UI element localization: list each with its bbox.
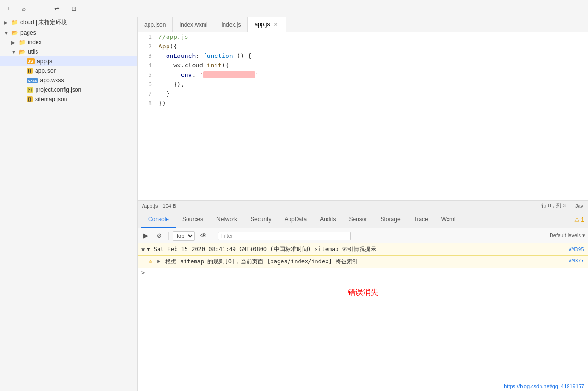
warn-badge: ⚠ 1 — [574, 216, 584, 223]
console-prompt[interactable]: > — [138, 268, 588, 278]
devtools-tab-appdata[interactable]: AppData — [278, 211, 313, 228]
arrow-icon: ▼ — [4, 30, 11, 36]
sidebar-item-app-wxss[interactable]: wxss app.wxss — [0, 75, 137, 85]
add-button[interactable]: + — [4, 3, 13, 14]
devtools-tab-storage[interactable]: Storage — [374, 211, 407, 228]
sidebar-item-sitemap[interactable]: {} sitemap.json — [0, 94, 137, 104]
tab-app-js[interactable]: app.js ✕ — [248, 17, 286, 32]
console-content: ▼ ▼ Sat Feb 15 2020 08:41:49 GMT+0800 (中… — [138, 243, 588, 391]
tab-app-json[interactable]: app.json — [138, 17, 173, 32]
console-source-ref2[interactable]: VM37: — [569, 258, 584, 264]
prompt-gt: > — [141, 270, 145, 276]
console-group-header[interactable]: ▼ ▼ Sat Feb 15 2020 08:41:49 GMT+0800 (中… — [138, 243, 588, 255]
sidebar-label-pages: pages — [20, 29, 133, 36]
arrow-icon: ▶ — [11, 40, 19, 45]
tab-index-js[interactable]: index.js — [215, 17, 248, 32]
code-editor[interactable]: 1 //app.js 2 App({ 3 onLaunch: function … — [138, 32, 588, 200]
console-toolbar: ▶ ⊘ top 👁 Default levels ▾ — [138, 228, 588, 243]
devtools-tab-network[interactable]: Network — [210, 211, 244, 228]
sidebar-item-app-js[interactable]: JS app.js — [0, 56, 137, 66]
sidebar-label-cloud: cloud | 未指定环境 — [20, 19, 133, 27]
tab-index-wxml[interactable]: index.wxml — [173, 17, 215, 32]
code-line-1: 1 //app.js — [138, 32, 588, 42]
line-content-8: }) — [157, 99, 588, 108]
devtools-tab-audits[interactable]: Audits — [313, 211, 342, 228]
group-arrow-icon: ▼ — [141, 246, 145, 253]
status-lang: Jav — [575, 203, 583, 209]
sidebar-label-appwxss: app.wxss — [40, 77, 133, 84]
devtools-tab-security[interactable]: Security — [244, 211, 278, 228]
sidebar-item-project-config[interactable]: {·} project.config.json — [0, 85, 137, 94]
json3-icon: {} — [27, 96, 33, 102]
line-number-6: 6 — [138, 80, 157, 89]
default-levels-dropdown[interactable]: Default levels ▾ — [550, 233, 585, 239]
separator2 — [214, 232, 214, 240]
tab-label-indexjs: index.js — [222, 21, 241, 28]
folder-open-icon: 📂 — [19, 49, 26, 55]
footer-link[interactable]: https://blog.csdn.net/qq_41919157 — [504, 383, 584, 389]
stop-button[interactable]: ⊘ — [154, 231, 165, 241]
line-number-7: 7 — [138, 89, 157, 99]
sidebar-item-cloud[interactable]: ▶ 📁 cloud | 未指定环境 — [0, 17, 137, 28]
sidebar-label-utils: utils — [28, 48, 133, 55]
split-button[interactable]: ⊡ — [68, 3, 80, 14]
context-select[interactable]: top — [173, 231, 195, 241]
eye-button[interactable]: 👁 — [197, 231, 210, 241]
warn-triangle-icon: ⚠ — [149, 258, 152, 264]
code-line-5: 5 env: '██████████████' — [138, 70, 588, 80]
status-bar: /app.js 104 B 行 8，列 3 Jav — [138, 200, 588, 211]
sidebar-item-utils[interactable]: ▼ 📂 utils — [0, 47, 137, 56]
sidebar-item-pages[interactable]: ▼ 📂 pages — [0, 28, 137, 37]
line-number-3: 3 — [138, 51, 157, 61]
devtools-tab-sensor[interactable]: Sensor — [343, 211, 374, 228]
folder-icon: 📁 — [19, 39, 26, 46]
error-message: 错误消失 — [138, 278, 588, 307]
tab-close-button[interactable]: ✕ — [272, 21, 279, 28]
sidebar-label-sitemap: sitemap.json — [35, 96, 133, 102]
tab-label-appjson: app.json — [144, 21, 166, 28]
sidebar-item-index[interactable]: ▶ 📁 index — [0, 37, 137, 47]
line-number-8: 8 — [138, 99, 157, 108]
line-content-3: onLaunch: function () { — [157, 51, 588, 61]
expand-arrow-icon[interactable]: ▶ — [157, 258, 160, 264]
separator — [168, 232, 169, 240]
main-area: ▶ 📁 cloud | 未指定环境 ▼ 📂 pages ▶ 📁 index ▼ … — [0, 17, 588, 391]
status-filesize: 104 B — [162, 203, 176, 209]
code-line-8: 8 }) — [138, 99, 588, 108]
folder-open-icon: 📂 — [11, 30, 18, 36]
top-toolbar: + ⌕ ··· ⇌ ⊡ — [0, 0, 588, 17]
editor-area: app.json index.wxml index.js app.js ✕ 1 … — [138, 17, 588, 391]
more-button[interactable]: ··· — [34, 3, 46, 14]
search-button[interactable]: ⌕ — [19, 3, 28, 14]
devtools-tab-trace[interactable]: Trace — [407, 211, 435, 228]
devtools-tab-sources[interactable]: Sources — [176, 211, 210, 228]
line-content-7: } — [157, 89, 588, 99]
sidebar-label-appjson: app.json — [35, 67, 133, 74]
code-line-4: 4 wx.cloud.init({ — [138, 61, 588, 70]
devtools-tab-console[interactable]: Console — [141, 211, 176, 228]
console-warn-text: 根据 sitemap 的规则[0]，当前页面 [pages/index/inde… — [165, 258, 358, 266]
tab-bar: app.json index.wxml index.js app.js ✕ — [138, 17, 588, 32]
sidebar-label-appjs: app.js — [37, 58, 133, 65]
sidebar-item-app-json[interactable]: {} app.json — [0, 66, 137, 75]
console-group: ▼ ▼ Sat Feb 15 2020 08:41:49 GMT+0800 (中… — [138, 243, 588, 256]
toggle-button[interactable]: ⇌ — [51, 3, 63, 14]
code-line-6: 6 }); — [138, 80, 588, 89]
line-number-5: 5 — [138, 70, 157, 80]
console-warn-row: ⚠ ▶ 根据 sitemap 的规则[0]，当前页面 [pages/index/… — [138, 256, 588, 268]
line-content-1: //app.js — [157, 32, 588, 42]
line-number-1: 1 — [138, 32, 157, 42]
js-icon: JS — [27, 58, 35, 64]
status-position: 行 8，列 3 — [541, 202, 566, 209]
console-source-ref1[interactable]: VM395 — [569, 246, 584, 252]
sidebar: ▶ 📁 cloud | 未指定环境 ▼ 📂 pages ▶ 📁 index ▼ … — [0, 17, 138, 391]
code-line-7: 7 } — [138, 89, 588, 99]
devtools-tab-wxml[interactable]: Wxml — [435, 211, 462, 228]
devtools-panel: Console Sources Network Security AppData… — [138, 211, 588, 391]
line-content-5: env: '██████████████' — [157, 70, 588, 80]
line-content-4: wx.cloud.init({ — [157, 61, 588, 70]
filter-input[interactable] — [218, 232, 351, 240]
wxss-icon: wxss — [27, 78, 38, 83]
play-button[interactable]: ▶ — [140, 231, 151, 241]
tab-label-appjs: app.js — [254, 21, 270, 28]
